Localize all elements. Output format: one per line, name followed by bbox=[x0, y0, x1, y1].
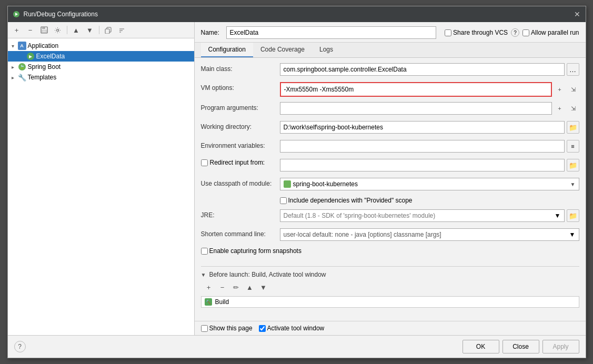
module-dropdown[interactable]: spring-boot-kubernetes ▼ bbox=[280, 178, 579, 190]
allow-parallel-label[interactable]: Allow parallel run bbox=[522, 29, 579, 36]
jre-label: JRE: bbox=[201, 209, 280, 219]
redirect-browse-button[interactable]: 📁 bbox=[567, 159, 579, 171]
vm-options-input[interactable] bbox=[281, 83, 551, 96]
config-tree: A Application ▶ ExcelData 🍃 bbox=[8, 38, 194, 335]
classpath-label: Use classpath of module: bbox=[201, 178, 280, 187]
snapshots-checkbox[interactable] bbox=[201, 248, 208, 255]
allow-parallel-checkbox[interactable] bbox=[522, 29, 529, 36]
classpath-control: spring-boot-kubernetes ▼ bbox=[280, 178, 579, 190]
templates-label: Templates bbox=[28, 74, 57, 81]
tree-item-exceldata[interactable]: ▶ ExcelData bbox=[8, 51, 194, 62]
snapshots-text: Enable capturing form snapshots bbox=[209, 247, 301, 255]
dialog-title: Run/Debug Configurations bbox=[24, 11, 573, 18]
close-dialog-button[interactable]: Close bbox=[502, 340, 539, 353]
share-vcs-checkbox-label[interactable]: Share through VCS bbox=[445, 29, 508, 36]
help-button[interactable]: ? bbox=[14, 341, 26, 352]
working-dir-browse-button[interactable]: 📁 bbox=[567, 121, 579, 134]
show-page-text: Show this page bbox=[209, 325, 253, 332]
tree-item-application[interactable]: A Application bbox=[8, 41, 194, 51]
env-vars-edit-button[interactable]: ≡ bbox=[567, 140, 579, 153]
title-bar: Run/Debug Configurations ✕ bbox=[8, 6, 586, 22]
toolbar-separator bbox=[67, 26, 67, 34]
launch-remove-button[interactable]: − bbox=[217, 281, 228, 293]
launch-item-build: 🔨 Build bbox=[201, 296, 579, 308]
tab-logs[interactable]: Logs bbox=[312, 43, 340, 57]
launch-arrow[interactable]: ▼ bbox=[201, 272, 206, 278]
jre-dropdown[interactable]: Default (1.8 - SDK of 'spring-boot-kuber… bbox=[280, 209, 565, 222]
redirect-input[interactable] bbox=[280, 159, 565, 171]
program-args-input[interactable] bbox=[280, 102, 552, 115]
shorten-dropdown[interactable]: user-local default: none - java [options… bbox=[280, 228, 579, 241]
program-args-label: Program arguments: bbox=[201, 102, 280, 112]
module-icon bbox=[284, 180, 291, 188]
right-panel: Name: Share through VCS ? Allow parallel… bbox=[195, 22, 586, 335]
main-class-label: Main class: bbox=[201, 63, 280, 73]
include-deps-label[interactable]: Include dependencies with "Provided" sco… bbox=[280, 197, 413, 204]
launch-down-button[interactable]: ▼ bbox=[258, 281, 269, 293]
save-config-button[interactable] bbox=[38, 24, 50, 36]
shorten-control: user-local default: none - java [options… bbox=[280, 228, 579, 241]
apply-button[interactable]: Apply bbox=[542, 340, 579, 353]
tree-arrow-templates bbox=[10, 74, 16, 80]
launch-toolbar: + − ✏ ▲ ▼ bbox=[201, 281, 579, 293]
activate-tool-window-label[interactable]: Activate tool window bbox=[259, 325, 325, 332]
sort-config-button[interactable] bbox=[116, 24, 128, 36]
launch-edit-button[interactable]: ✏ bbox=[230, 281, 242, 293]
settings-config-button[interactable] bbox=[52, 24, 64, 36]
add-config-button[interactable]: + bbox=[11, 24, 23, 36]
name-input[interactable] bbox=[226, 26, 437, 39]
share-vcs-checkbox[interactable] bbox=[445, 29, 451, 36]
working-dir-control: 📁 bbox=[280, 121, 579, 134]
vm-options-collapse-button[interactable]: ⇲ bbox=[568, 84, 579, 95]
show-page-label[interactable]: Show this page bbox=[201, 325, 253, 332]
env-vars-label-text: Environment variables: bbox=[201, 142, 265, 149]
close-button[interactable]: ✕ bbox=[573, 10, 581, 18]
copy-config-button[interactable] bbox=[103, 24, 114, 36]
build-item-label: Build bbox=[215, 298, 229, 306]
tree-arrow-application bbox=[10, 43, 16, 49]
remove-config-button[interactable]: − bbox=[25, 24, 36, 36]
shorten-value: user-local default: none - java [options… bbox=[284, 231, 569, 238]
shorten-label: Shorten command line: bbox=[201, 228, 280, 238]
main-class-browse-button[interactable]: … bbox=[567, 63, 579, 76]
redirect-checkbox[interactable] bbox=[201, 159, 208, 166]
jre-browse-button[interactable]: 📁 bbox=[567, 209, 579, 222]
include-deps-checkbox[interactable] bbox=[280, 197, 287, 204]
vm-options-expand-button[interactable]: + bbox=[554, 84, 566, 95]
launch-add-button[interactable]: + bbox=[203, 281, 215, 293]
activate-tool-window-checkbox[interactable] bbox=[259, 325, 266, 332]
springboot-label: Spring Boot bbox=[28, 63, 61, 70]
tree-item-templates[interactable]: 🔧 Templates bbox=[8, 72, 194, 83]
main-class-input[interactable] bbox=[280, 63, 565, 76]
tab-configuration[interactable]: Configuration bbox=[201, 43, 253, 57]
program-args-collapse-button[interactable]: ⇲ bbox=[568, 103, 579, 114]
down-config-button[interactable]: ▼ bbox=[84, 24, 96, 36]
share-vcs-label: Share through VCS bbox=[453, 29, 508, 36]
application-group-icon: A bbox=[18, 42, 26, 50]
snapshots-label[interactable]: Enable capturing form snapshots bbox=[201, 247, 301, 255]
tree-item-springboot[interactable]: 🍃 Spring Boot bbox=[8, 62, 194, 72]
left-toolbar: + − ▲ ▼ bbox=[8, 22, 194, 38]
redirect-row: Redirect input from: 📁 bbox=[201, 159, 579, 173]
working-dir-input[interactable] bbox=[280, 121, 565, 134]
vcs-help-icon: ? bbox=[511, 28, 519, 37]
env-vars-row: Environment variables: ≡ bbox=[201, 140, 579, 154]
tab-code-coverage[interactable]: Code Coverage bbox=[253, 43, 312, 57]
ok-button[interactable]: OK bbox=[463, 340, 499, 353]
show-page-checkbox[interactable] bbox=[201, 325, 208, 332]
env-vars-input[interactable] bbox=[280, 140, 565, 153]
module-name: spring-boot-kubernetes bbox=[293, 180, 568, 188]
share-area: Share through VCS ? Allow parallel run bbox=[445, 28, 579, 37]
svg-rect-4 bbox=[42, 30, 46, 33]
tree-arrow-springboot bbox=[10, 64, 16, 70]
launch-up-button[interactable]: ▲ bbox=[244, 281, 256, 293]
up-config-button[interactable]: ▲ bbox=[71, 24, 82, 36]
launch-section: ▼ Before launch: Build, Activate tool wi… bbox=[201, 266, 579, 308]
footer-buttons: OK Close Apply bbox=[463, 340, 579, 353]
redirect-control: 📁 bbox=[280, 159, 579, 171]
working-dir-label-text: Working directory: bbox=[201, 123, 252, 130]
launch-header: ▼ Before launch: Build, Activate tool wi… bbox=[201, 271, 579, 278]
jre-caret: ▼ bbox=[555, 212, 561, 219]
program-args-expand-button[interactable]: + bbox=[554, 103, 566, 114]
svg-rect-7 bbox=[105, 29, 109, 34]
